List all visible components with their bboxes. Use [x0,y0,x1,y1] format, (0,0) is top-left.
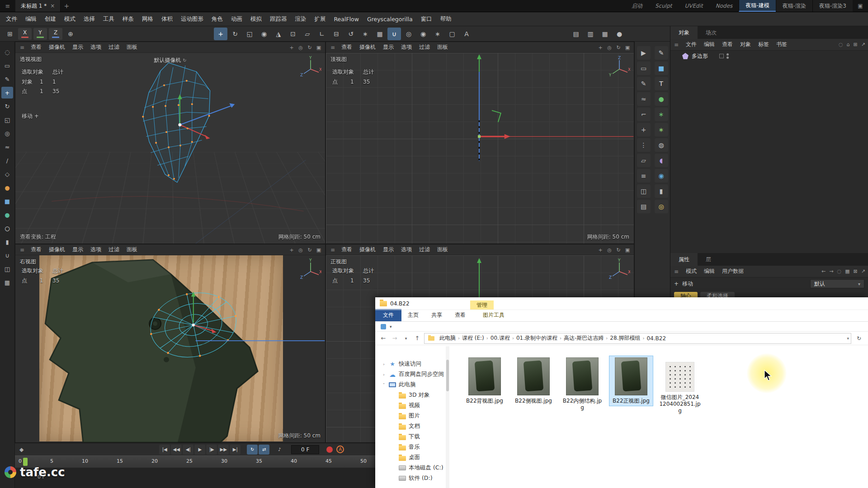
sidebar-item[interactable]: 图片 [375,411,446,421]
layout-tab[interactable]: 启动 [625,0,649,12]
sidebar-item[interactable]: 下载 [375,432,446,442]
light-icon[interactable]: ◎ [655,200,668,213]
workplane-button[interactable]: ▱ [301,28,314,40]
white-sphere-tool-icon[interactable]: ○ [1,222,13,234]
viewport-pan-icon[interactable]: + [287,247,296,253]
camera-swap-icon[interactable]: ↻ [183,58,186,63]
cube-primitive-icon[interactable]: ■ [655,61,668,75]
breadcrumb-segment[interactable]: 此电脑 › [437,334,460,342]
axis-y-button[interactable]: Y [33,28,47,40]
breadcrumb-segment[interactable]: 课程 (E:) › [460,334,488,342]
top-canvas[interactable]: 顶视图 选取对象总计 点135 网格间距: 50 cm Z X Y [326,53,634,244]
layout-tab[interactable]: 夜猫-渲染 [776,0,812,12]
menu-item[interactable]: 帮助 [436,15,456,23]
refresh-icon[interactable]: ↻ [854,335,864,342]
lock-icon[interactable]: ⊠ [854,268,858,274]
camera-label[interactable]: 默认摄像机 ↻ [15,56,325,64]
menu-item[interactable]: 运动图形 [177,15,208,23]
cylinder-tool-icon[interactable]: ▮ [1,236,13,248]
viewport-menu-item[interactable]: 显示 [379,43,397,51]
viewport-menu-item[interactable]: 摄像机 [356,43,379,51]
viewport-menu-item[interactable]: 查看 [27,43,45,51]
menu-item[interactable]: RealFlow [330,16,363,23]
viewport-pan-icon[interactable]: + [596,247,605,253]
viewport-top[interactable]: ≡ 查看摄像机显示选项过滤面板 +◎↻▣ [326,42,634,244]
viewport-rotate-icon[interactable]: ↻ [614,247,623,253]
viewport-zoom-icon[interactable]: ◎ [296,247,305,253]
viewport-menu-item[interactable]: 过滤 [415,246,434,253]
ribbon-tab[interactable]: 文件 [375,309,401,321]
text-tool-icon[interactable]: T [655,77,668,90]
dots-menu-icon[interactable]: ⋮ [637,138,651,152]
viewport-maximize-icon[interactable]: ▣ [314,247,323,253]
zoom-tool-icon[interactable]: ◌ [1,46,13,58]
close-document-icon[interactable]: × [50,3,55,9]
goto-end-button[interactable]: ▶| [230,445,241,455]
polygon-pen-icon[interactable]: ◇ [1,168,13,180]
render-settings-button[interactable]: ∗ [431,28,444,40]
attribute-tab[interactable]: 层 [698,253,719,266]
goto-start-button[interactable]: |◀ [159,445,170,455]
window-tool-icon[interactable]: ◫ [637,184,651,198]
last-tool-button[interactable]: ◉ [257,28,271,40]
manager-menu-item[interactable]: 对象 [736,41,755,48]
menu-item[interactable]: 模拟 [246,15,266,23]
make-editable-button[interactable]: ◮ [272,28,285,40]
grid-icon[interactable]: ⊞ [854,42,858,47]
sidebar-item[interactable]: 软件 (D:) [375,473,446,483]
layout-tab[interactable]: Sculpt [649,0,678,12]
search-icon[interactable]: ◌ [839,42,843,47]
menu-item[interactable]: 扩展 [311,15,330,23]
frame-select-icon[interactable]: ▭ [1,60,13,71]
rotate-tool-icon[interactable]: ↻ [1,100,13,112]
file-tile[interactable]: B22正视图.jpg [609,356,653,406]
cube-tool-icon[interactable]: ■ [1,195,13,207]
viewport-menu-item[interactable]: 选项 [397,246,415,253]
viewport-right[interactable]: ≡ 查看摄像机显示选项过滤面板 +◎↻▣ [15,244,326,443]
viewport-pan-icon[interactable]: + [287,45,296,51]
layout-tab[interactable]: 夜猫-建模 [739,0,775,12]
layout-tab[interactable]: UVEdit [679,0,709,12]
manager-menu-item[interactable]: 书签 [773,41,791,48]
viewport-zoom-icon[interactable]: ◎ [296,45,305,51]
rect-select-icon[interactable]: ▭ [637,61,651,75]
sidebar-item[interactable]: 文档 [375,421,446,432]
manager-menu-item[interactable]: 查看 [718,41,736,48]
knife-tool-icon[interactable]: / [1,155,13,166]
camera-button[interactable]: ▢ [445,28,459,40]
record-button[interactable] [326,446,333,453]
viewport-menu-icon[interactable]: ≡ [328,247,338,253]
sidebar-item[interactable]: › 快速访问 [375,359,446,369]
settings-gear-icon[interactable]: ∗ [359,28,372,40]
attribute-tab[interactable]: 属性 [670,253,698,266]
scale-tool-icon[interactable]: ◱ [1,114,13,126]
viewport-menu-icon[interactable]: ≡ [17,44,27,51]
viewport-menu-item[interactable]: 显示 [69,43,87,51]
layers-icon[interactable]: ▤ [637,200,651,213]
viewport-menu-item[interactable]: 过滤 [105,246,123,253]
popout-icon[interactable]: ↗ [861,42,865,47]
play-button[interactable]: ▶ [194,445,205,455]
loop-select-icon[interactable]: ◎ [1,127,13,139]
menu-item[interactable]: 模式 [60,15,80,23]
window-panel-icon[interactable]: ▣ [853,3,868,9]
ring-primitive-icon[interactable]: ◍ [655,138,668,152]
panel-menu-icon[interactable]: ≡ [670,42,682,48]
menu-item[interactable]: 体积 [157,15,177,23]
sidebar-item[interactable]: 音乐 [375,442,446,452]
viewport-menu-icon[interactable]: ≡ [17,247,27,253]
cylinder-primitive-icon[interactable]: ▮ [655,184,668,198]
right-canvas[interactable]: 右视图 选取对象总计 点135 网格间距: 50 cm Y X Z [15,255,325,442]
chevron-icon[interactable]: ˅ [382,383,386,387]
current-frame-field[interactable]: 0 F [291,445,319,454]
sidebar-item[interactable]: › 百度网盘同步空间 [375,369,446,380]
keyframe-icon[interactable]: ◆ [19,446,24,453]
breadcrumb-segment[interactable]: 04.B22 › [644,334,668,342]
sidebar-item[interactable]: 3D 对象 [375,390,446,400]
layer-square-icon[interactable] [719,54,724,58]
sidebar-item[interactable]: 视频 [375,400,446,411]
perspective-canvas[interactable]: 透视视图 默认摄像机 ↻ 选取对象总计 对象11 点135 [15,53,325,244]
material-ball-icon[interactable]: ● [613,28,626,40]
viewport-menu-item[interactable]: 显示 [69,246,87,253]
manager-tab[interactable]: 场次 [698,26,725,39]
